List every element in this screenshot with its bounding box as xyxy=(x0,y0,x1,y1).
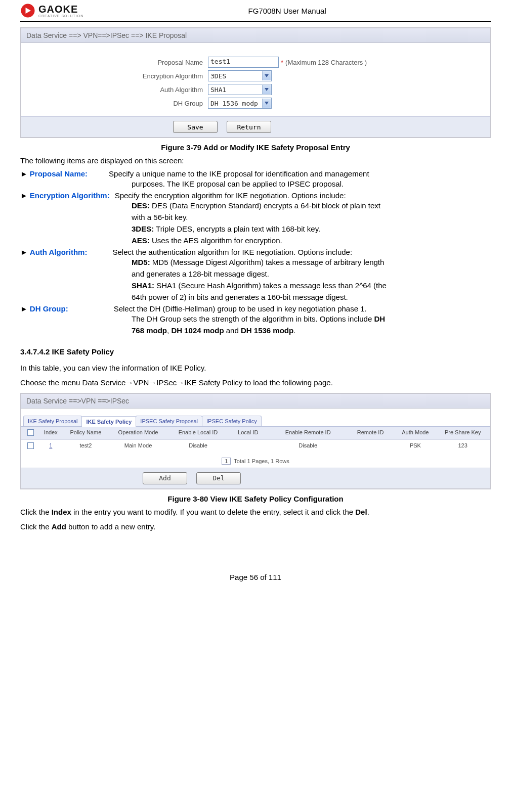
brand-name: GAOKE xyxy=(38,4,83,14)
select-all-checkbox[interactable] xyxy=(27,429,34,436)
label-auth-alg: Auth Algorithm xyxy=(28,86,208,94)
after-para2: Click the Add button to add a new entry. xyxy=(20,521,491,532)
term-dh-group: DH Group: xyxy=(30,304,68,313)
row-index-link[interactable]: 1 xyxy=(49,442,52,448)
term-proposal-name: Proposal Name: xyxy=(30,169,88,178)
label-proposal-name: Proposal Name xyxy=(28,59,208,66)
page-number[interactable]: 1 xyxy=(222,458,231,465)
breadcrumb-bar: Data Service ==> VPN==>IPSec ==> IKE Pro… xyxy=(21,28,490,43)
figure-3-80-caption: Figure 3-80 View IKE Safety Policy Confi… xyxy=(20,494,491,503)
chevron-down-icon xyxy=(262,71,271,80)
return-button[interactable]: Return xyxy=(227,121,271,133)
section-para1: In this table, you can view the informat… xyxy=(20,362,491,374)
policy-table-header: Index Policy Name Operation Mode Enable … xyxy=(21,427,490,440)
del-button[interactable]: Del xyxy=(196,472,241,484)
page-header: GAOKE CREATIVE SOLUTION FG7008N User Man… xyxy=(20,0,491,20)
ike-proposal-screenshot: Data Service ==> VPN==>IPSec ==> IKE Pro… xyxy=(20,27,491,138)
intro-text: The following items are displayed on thi… xyxy=(20,155,491,166)
max-chars-hint: (Maximum 128 Characters ) xyxy=(285,59,367,66)
term-enc-alg: Encryption Algorithm: xyxy=(30,191,110,200)
label-dh-group: DH Group xyxy=(28,100,208,107)
proposal-name-input[interactable]: test1 xyxy=(208,57,279,68)
row-checkbox[interactable] xyxy=(27,442,34,449)
add-button[interactable]: Add xyxy=(143,472,187,484)
save-button[interactable]: Save xyxy=(173,121,218,133)
dh-group-select[interactable]: DH 1536 modp xyxy=(208,98,272,109)
term-auth-alg: Auth Algorithm: xyxy=(30,248,88,256)
brand-logo-icon xyxy=(20,3,35,18)
tab-ike-safety-proposal[interactable]: IKE Safety Proposal xyxy=(23,416,82,426)
table-row: 1 test2 Main Mode Disable Disable PSK 12… xyxy=(21,440,490,453)
doc-title: FG7008N User Manual xyxy=(83,7,491,15)
breadcrumb-bar-2: Data Service ==>VPN ==>IPSec xyxy=(21,394,490,409)
required-star: * xyxy=(281,59,283,66)
label-enc-alg: Encryption Algorithm xyxy=(28,72,208,80)
ike-policy-screenshot: Data Service ==>VPN ==>IPSec IKE Safety … xyxy=(20,393,491,489)
tab-ipsec-safety-policy[interactable]: IPSEC Safety Policy xyxy=(202,416,262,426)
encryption-select[interactable]: 3DES xyxy=(208,70,272,81)
page-footer: Page 56 of 111 xyxy=(20,573,491,581)
section-para2: Choose the menu Data Service→VPN→IPSec→I… xyxy=(20,377,491,388)
chevron-down-icon xyxy=(262,85,271,94)
section-heading: 3.4.7.4.2 IKE Safety Policy xyxy=(20,347,491,356)
tab-ike-safety-policy[interactable]: IKE Safety Policy xyxy=(81,416,136,427)
figure-3-79-caption: Figure 3-79 Add or Modify IKE Safety Pro… xyxy=(20,143,491,152)
after-para1: Click the Index in the entry you want to… xyxy=(20,506,491,518)
auth-select[interactable]: SHA1 xyxy=(208,84,272,95)
brand-sub: CREATIVE SOLUTION xyxy=(38,14,83,18)
pager: 1Total 1 Pages, 1 Rows xyxy=(21,453,490,468)
tab-ipsec-safety-proposal[interactable]: IPSEC Safety Proposal xyxy=(136,416,202,426)
header-rule xyxy=(20,21,491,22)
chevron-down-icon xyxy=(262,99,271,108)
